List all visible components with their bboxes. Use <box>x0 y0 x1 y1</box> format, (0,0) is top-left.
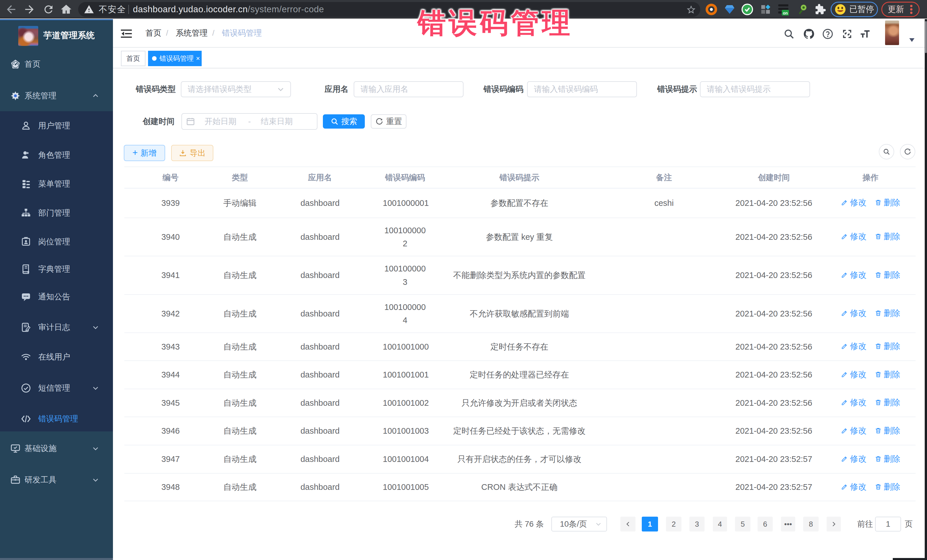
svg-text:on: on <box>783 11 788 15</box>
